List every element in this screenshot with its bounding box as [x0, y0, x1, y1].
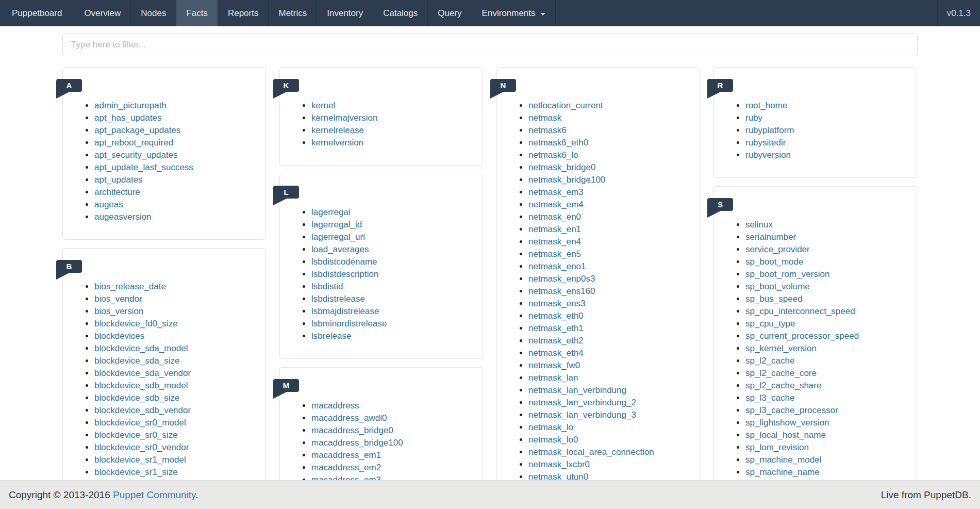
fact-link[interactable]: root_home: [745, 101, 787, 110]
nav-item-inventory[interactable]: Inventory: [317, 0, 373, 26]
nav-item-metrics[interactable]: Metrics: [269, 0, 317, 26]
fact-link[interactable]: netmask_en4: [528, 237, 581, 247]
fact-link[interactable]: blockdevice_sr0_vendor: [94, 442, 189, 452]
fact-link[interactable]: apt_updates: [94, 175, 143, 185]
fact-link[interactable]: admin_picturepath: [94, 101, 167, 110]
nav-item-environments[interactable]: Environments: [472, 0, 556, 26]
fact-link[interactable]: netmask6: [528, 125, 567, 135]
fact-link[interactable]: blockdevice_sda_model: [94, 343, 188, 353]
fact-link[interactable]: lsbrelease: [311, 331, 352, 341]
fact-link[interactable]: netmask_local_area_connection: [528, 447, 654, 457]
fact-link[interactable]: blockdevice_sr0_size: [94, 430, 178, 440]
fact-link[interactable]: bios_release_date: [94, 282, 166, 291]
fact-link[interactable]: netmask_enp0s3: [528, 274, 595, 284]
fact-link[interactable]: netmask_em4: [528, 200, 584, 209]
filter-input[interactable]: [62, 34, 918, 56]
fact-link[interactable]: sp_l2_cache_share: [745, 381, 821, 390]
fact-link[interactable]: augeas: [94, 200, 123, 209]
fact-link[interactable]: blockdevice_sda_size: [94, 356, 179, 366]
fact-link[interactable]: sp_boot_mode: [745, 257, 803, 267]
fact-link[interactable]: blockdevice_sda_vendor: [94, 368, 191, 378]
nav-item-nodes[interactable]: Nodes: [131, 0, 176, 26]
nav-item-reports[interactable]: Reports: [218, 0, 269, 26]
fact-link[interactable]: lsbminordistrelease: [311, 319, 387, 329]
fact-link[interactable]: sp_machine_model: [745, 455, 821, 465]
fact-link[interactable]: netmask_eth2: [528, 336, 584, 346]
fact-link[interactable]: netmask_eth4: [528, 348, 584, 358]
fact-link[interactable]: rubysitedir: [745, 138, 786, 147]
fact-link[interactable]: apt_has_updates: [94, 113, 161, 123]
fact-link[interactable]: blockdevice_sr1_size: [94, 467, 178, 477]
fact-link[interactable]: lagerregal_url: [311, 232, 365, 242]
fact-link[interactable]: netmask_ens160: [528, 286, 595, 296]
fact-link[interactable]: netmask_ens3: [528, 299, 586, 308]
fact-link[interactable]: blockdevice_sdb_model: [94, 381, 188, 390]
nav-item-catalogs[interactable]: Catalogs: [373, 0, 428, 26]
fact-link[interactable]: netmask_lan_verbindung_2: [528, 398, 636, 407]
fact-link[interactable]: sp_lom_revision: [745, 442, 809, 452]
fact-link[interactable]: bios_vendor: [94, 294, 142, 304]
fact-link[interactable]: apt_package_updates: [94, 125, 180, 135]
fact-link[interactable]: sp_bus_speed: [745, 294, 803, 304]
fact-link[interactable]: blockdevice_fd0_size: [94, 319, 178, 329]
fact-link[interactable]: architecture: [94, 187, 140, 197]
fact-link[interactable]: macaddress_bridge0: [311, 425, 393, 435]
fact-link[interactable]: lsbdistcodename: [311, 257, 377, 267]
fact-link[interactable]: sp_l3_cache: [745, 393, 794, 403]
fact-link[interactable]: sp_l2_cache: [745, 356, 794, 366]
fact-link[interactable]: lagerregal: [311, 207, 351, 217]
fact-link[interactable]: apt_reboot_required: [94, 138, 173, 147]
nav-item-facts[interactable]: Facts: [176, 0, 218, 26]
fact-link[interactable]: lsbmajdistrelease: [311, 306, 379, 316]
fact-link[interactable]: sp_kernel_version: [745, 343, 817, 353]
fact-link[interactable]: sp_lightshow_version: [745, 418, 829, 428]
fact-link[interactable]: netmask_lan_verbindung: [528, 385, 626, 395]
fact-link[interactable]: kernelversion: [311, 138, 363, 147]
fact-link[interactable]: netmask_en5: [528, 249, 581, 259]
fact-link[interactable]: netmask_lo: [528, 422, 573, 432]
fact-link[interactable]: netmask_em3: [528, 187, 584, 197]
nav-item-overview[interactable]: Overview: [74, 0, 131, 26]
fact-link[interactable]: sp_l3_cache_processor: [745, 405, 838, 415]
fact-link[interactable]: netmask_lan: [528, 373, 578, 383]
fact-link[interactable]: netmask_lxcbr0: [528, 459, 590, 469]
fact-link[interactable]: selinux: [745, 220, 773, 229]
fact-link[interactable]: sp_local_host_name: [745, 430, 826, 440]
fact-link[interactable]: kernelrelease: [311, 125, 364, 135]
fact-link[interactable]: bios_version: [94, 306, 143, 316]
fact-link[interactable]: netmask_eth1: [528, 323, 584, 333]
fact-link[interactable]: macaddress_em1: [311, 450, 381, 460]
fact-link[interactable]: lsbdistrelease: [311, 294, 365, 304]
fact-link[interactable]: netmask_fw0: [528, 360, 580, 370]
fact-link[interactable]: rubyversion: [745, 150, 791, 160]
fact-link[interactable]: apt_security_updates: [94, 150, 178, 160]
fact-link[interactable]: rubyplatform: [745, 125, 794, 135]
fact-link[interactable]: netmask_en0: [528, 212, 581, 222]
fact-link[interactable]: netmask_eno1: [528, 261, 586, 271]
fact-link[interactable]: macaddress_awdl0: [311, 413, 387, 423]
fact-link[interactable]: sp_boot_rom_version: [745, 269, 829, 279]
fact-link[interactable]: augeasversion: [94, 212, 152, 222]
fact-link[interactable]: blockdevice_sr0_model: [94, 418, 186, 428]
fact-link[interactable]: lagerregal_id: [311, 220, 362, 229]
fact-link[interactable]: blockdevices: [94, 331, 144, 341]
fact-link[interactable]: macaddress_bridge100: [311, 438, 403, 448]
fact-link[interactable]: sp_current_processor_speed: [745, 331, 859, 341]
fact-link[interactable]: netmask: [528, 113, 561, 123]
fact-link[interactable]: lsbdistdescription: [311, 269, 378, 279]
fact-link[interactable]: ruby: [745, 113, 762, 123]
fact-link[interactable]: netmask_bridge100: [528, 175, 605, 185]
navbar-brand[interactable]: Puppetboard: [0, 0, 74, 26]
fact-link[interactable]: apt_update_last_success: [94, 162, 193, 172]
fact-link[interactable]: sp_boot_volume: [745, 282, 810, 291]
fact-link[interactable]: blockdevice_sdb_vendor: [94, 405, 191, 415]
fact-link[interactable]: serialnumber: [745, 232, 796, 242]
fact-link[interactable]: netmask6_lo: [528, 150, 578, 160]
fact-link[interactable]: netlocation_current: [528, 101, 603, 110]
fact-link[interactable]: load_averages: [311, 244, 369, 254]
fact-link[interactable]: kernel: [311, 101, 335, 110]
fact-link[interactable]: netmask_eth0: [528, 311, 584, 321]
nav-item-query[interactable]: Query: [428, 0, 472, 26]
fact-link[interactable]: netmask_lo0: [528, 435, 578, 445]
fact-link[interactable]: netmask_bridge0: [528, 162, 595, 172]
